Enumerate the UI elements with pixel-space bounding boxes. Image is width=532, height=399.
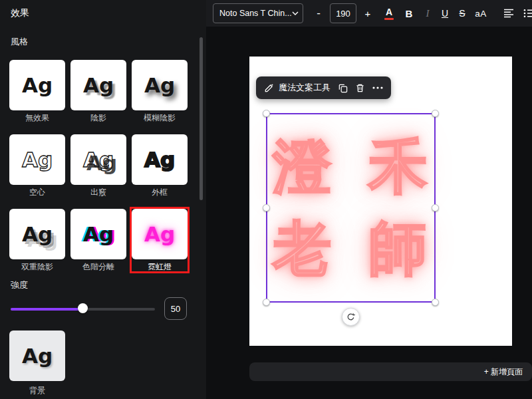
effect-tile: Ag (9, 60, 65, 110)
delete-button[interactable] (355, 83, 365, 93)
effect-item-glitch[interactable]: Ag 色階分離 (70, 209, 126, 271)
effect-tile: Ag (9, 134, 65, 185)
bold-button[interactable]: B (400, 3, 418, 23)
resize-handle-top-left[interactable] (263, 110, 270, 117)
effect-item-splice[interactable]: Ag 出竅 (70, 134, 126, 197)
font-size-decrease-button[interactable]: - (310, 3, 327, 23)
font-family-select[interactable]: Noto Sans T Chin... (213, 3, 303, 23)
magic-write-label: 魔法文案工具 (279, 82, 331, 94)
font-size-input[interactable]: 190 (330, 3, 356, 23)
effect-label: 出竅 (70, 188, 126, 197)
background-tile: Ag (9, 331, 65, 381)
style-section-label: 風格 (11, 36, 28, 48)
text-case-button[interactable]: aA (472, 3, 489, 23)
effect-label: 外框 (132, 188, 188, 197)
text-line-1: 澄禾 (267, 138, 434, 196)
design-page[interactable]: 魔法文案工具 (249, 57, 512, 346)
intensity-value-input[interactable]: 50 (164, 297, 187, 320)
effect-preview-text: Ag (144, 224, 175, 245)
duplicate-button[interactable] (338, 83, 348, 93)
intensity-slider-thumb[interactable] (78, 303, 88, 313)
effect-item-echo[interactable]: Ag 双重陰影 (9, 209, 65, 271)
effect-tile: Ag (132, 209, 188, 259)
effect-label: 色階分離 (70, 263, 126, 271)
italic-button[interactable]: I (419, 3, 436, 23)
effect-item-outline[interactable]: Ag 外框 (132, 134, 188, 197)
effect-label: 双重陰影 (9, 263, 65, 271)
font-family-value: Noto Sans T Chin... (219, 9, 292, 18)
effect-tile: Ag (70, 60, 126, 110)
intensity-label: 強度 (11, 279, 28, 291)
ellipsis-icon (372, 86, 383, 89)
resize-handle-top-right[interactable] (432, 110, 439, 117)
rotate-icon (346, 313, 355, 321)
trash-icon (355, 83, 365, 93)
chevron-down-icon (292, 11, 299, 15)
sidebar-scrollbar[interactable] (200, 37, 203, 200)
canvas-area: 魔法文案工具 (206, 27, 532, 399)
effect-label: 空心 (9, 188, 65, 197)
effect-preview-text: Ag (83, 75, 114, 96)
effect-preview-text: Ag (22, 224, 53, 245)
effect-preview-text: Ag (83, 150, 114, 170)
effect-tile: Ag (132, 134, 188, 185)
text-line-2: 老師 (267, 219, 434, 278)
font-size-increase-button[interactable]: + (359, 3, 376, 23)
canva-editor: 效果 風格 Ag 無效果 Ag 陰影 Ag 模糊陰影 Ag 空心 Ag 出竅 (0, 0, 532, 399)
element-context-toolbar: 魔法文案工具 (256, 76, 391, 99)
rotate-handle[interactable] (342, 308, 360, 326)
effect-preview-text: Ag (83, 224, 114, 245)
effect-preview-text: Ag (144, 75, 175, 96)
effect-label: 霓虹燈 (132, 263, 188, 271)
intensity-slider-fill (11, 308, 83, 311)
effect-label: 模糊陰影 (132, 114, 188, 122)
add-page-label: + 新增頁面 (484, 366, 523, 378)
selected-text-element[interactable]: 澄禾 老師 (266, 113, 436, 303)
underline-button[interactable]: U (436, 3, 454, 23)
effect-preview-text: Ag (22, 150, 53, 170)
list-button[interactable] (520, 3, 532, 23)
effect-tile: Ag (70, 134, 126, 185)
resize-handle-mid-left[interactable] (263, 204, 270, 211)
effect-tile: Ag (70, 209, 126, 259)
effect-label: 無效果 (9, 114, 65, 122)
resize-handle-mid-right[interactable] (432, 204, 439, 211)
effect-item-none[interactable]: Ag 無效果 (9, 60, 65, 122)
bullet-list-icon (523, 9, 532, 18)
strikethrough-button[interactable]: S (454, 3, 471, 23)
more-options-button[interactable] (372, 86, 383, 89)
text-color-button[interactable]: A (380, 3, 398, 23)
effect-item-shadow[interactable]: Ag 陰影 (70, 60, 126, 122)
background-effect-item[interactable]: Ag 背景 (9, 331, 65, 396)
add-page-button[interactable]: + 新增頁面 (249, 362, 532, 381)
magic-pencil-icon (264, 83, 274, 93)
text-color-letter: A (386, 7, 392, 17)
background-preview-text: Ag (22, 346, 53, 366)
effects-grid: Ag 無效果 Ag 陰影 Ag 模糊陰影 Ag 空心 Ag 出竅 Ag 外框 (9, 60, 188, 271)
effect-item-hollow[interactable]: Ag 空心 (9, 134, 65, 197)
duplicate-icon (338, 83, 348, 93)
align-icon (503, 9, 514, 18)
text-color-swatch (384, 18, 394, 20)
effect-tile: Ag (9, 209, 65, 259)
alignment-button[interactable] (500, 3, 517, 23)
effect-item-neon-selected[interactable]: Ag 霓虹燈 (132, 209, 188, 271)
magic-write-button[interactable]: 魔法文案工具 (264, 82, 331, 94)
effects-panel: 效果 風格 Ag 無效果 Ag 陰影 Ag 模糊陰影 Ag 空心 Ag 出竅 (0, 0, 206, 399)
resize-handle-bottom-left[interactable] (263, 299, 270, 306)
resize-handle-bottom-right[interactable] (432, 299, 439, 306)
background-label: 背景 (9, 385, 65, 396)
effect-tile: Ag (132, 60, 188, 110)
text-toolbar: Noto Sans T Chin... - 190 + A B I U S aA (206, 0, 532, 27)
effect-label: 陰影 (70, 114, 126, 122)
neon-text: 澄禾 老師 (267, 114, 434, 301)
effect-preview-text: Ag (22, 75, 53, 96)
effect-preview-text: Ag (144, 150, 175, 170)
effect-item-blur-shadow[interactable]: Ag 模糊陰影 (132, 60, 188, 122)
panel-title: 效果 (11, 7, 29, 19)
